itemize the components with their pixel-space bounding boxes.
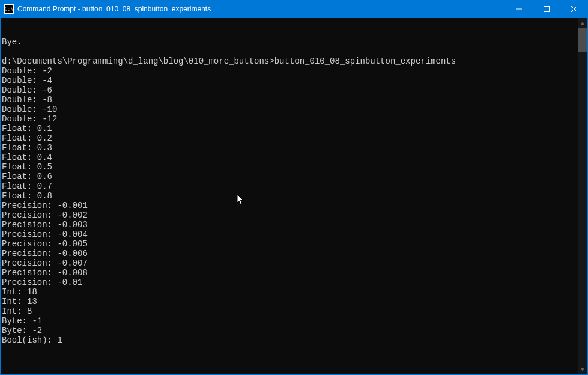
terminal-line: Bool(ish): 1	[2, 335, 578, 345]
content-wrapper: Bye. d:\Documents\Programming\d_lang\blo…	[0, 18, 588, 375]
terminal-line: d:\Documents\Programming\d_lang\blog\010…	[2, 56, 578, 66]
vertical-scrollbar[interactable]: ▲ ▼	[578, 18, 587, 374]
minimize-button[interactable]	[505, 0, 533, 18]
app-icon: C:\	[4, 4, 14, 14]
terminal-line: Float: 0.8	[2, 191, 578, 201]
app-icon-label: C:\	[5, 7, 13, 12]
terminal-line: Byte: -2	[2, 326, 578, 335]
terminal-line: Precision: -0.001	[2, 201, 578, 210]
terminal-line: Double: -10	[2, 105, 578, 114]
terminal-line: Int: 18	[2, 287, 578, 297]
terminal-line: Bye.	[2, 37, 578, 47]
terminal-line: Float: 0.5	[2, 162, 578, 172]
terminal-line: Precision: -0.008	[2, 268, 578, 278]
window-controls	[505, 0, 588, 18]
terminal-line: Float: 0.2	[2, 133, 578, 143]
scroll-up-arrow-icon[interactable]: ▲	[578, 18, 587, 28]
terminal-line: Float: 0.6	[2, 172, 578, 181]
terminal-line: Float: 0.4	[2, 153, 578, 162]
terminal-line: Int: 13	[2, 297, 578, 306]
close-button[interactable]	[560, 0, 588, 18]
scroll-down-arrow-icon[interactable]: ▼	[578, 365, 587, 374]
window-frame: C:\ Command Prompt - button_010_08_spinb…	[0, 0, 588, 375]
terminal-line: Double: -12	[2, 114, 578, 124]
terminal-line: Float: 0.1	[2, 124, 578, 133]
maximize-button[interactable]	[533, 0, 560, 18]
terminal-output[interactable]: Bye. d:\Documents\Programming\d_lang\blo…	[1, 18, 578, 374]
window-title: Command Prompt - button_010_08_spinbutto…	[17, 5, 505, 13]
terminal-line: Double: -8	[2, 95, 578, 105]
terminal-line: Float: 0.3	[2, 143, 578, 153]
terminal-line	[2, 47, 578, 56]
scrollbar-thumb[interactable]	[578, 28, 587, 52]
terminal-line: Precision: -0.002	[2, 210, 578, 220]
svg-rect-1	[544, 7, 550, 12]
terminal-line: Int: 8	[2, 306, 578, 316]
terminal-line: Double: -6	[2, 85, 578, 95]
terminal-line: Double: -4	[2, 76, 578, 85]
terminal-line: Precision: -0.006	[2, 249, 578, 258]
terminal-line: Precision: -0.004	[2, 230, 578, 239]
terminal-line: Precision: -0.01	[2, 278, 578, 287]
terminal-line: Double: -2	[2, 66, 578, 76]
terminal-line: Precision: -0.003	[2, 220, 578, 230]
terminal-line: Byte: -1	[2, 316, 578, 326]
terminal-line: Precision: -0.007	[2, 258, 578, 268]
terminal-line: Precision: -0.005	[2, 239, 578, 249]
titlebar[interactable]: C:\ Command Prompt - button_010_08_spinb…	[0, 0, 588, 18]
terminal-line: Float: 0.7	[2, 181, 578, 191]
